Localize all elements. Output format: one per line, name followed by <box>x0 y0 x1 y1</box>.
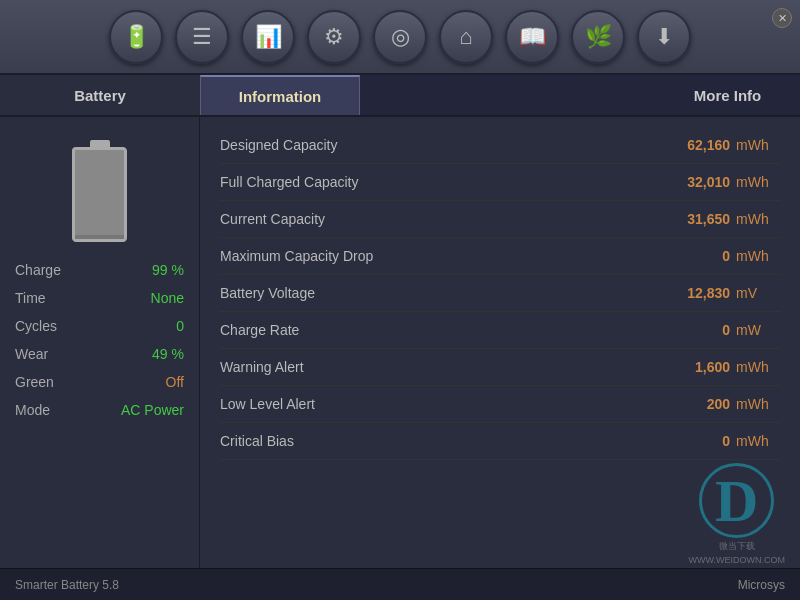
main-content: Charge 99 % Time None Cycles 0 Wear 49 %… <box>0 117 800 568</box>
info-value-voltage: 12,830 <box>650 285 730 301</box>
book-toolbar-btn[interactable]: 📖 <box>505 10 559 64</box>
info-row-chargerate: Charge Rate 0 mW <box>220 312 780 349</box>
stat-time-value: None <box>151 290 184 306</box>
leaf-toolbar-btn[interactable]: 🌿 <box>571 10 625 64</box>
info-row-maxdrop: Maximum Capacity Drop 0 mWh <box>220 238 780 275</box>
stat-green-label: Green <box>15 374 54 390</box>
info-unit-voltage: mV <box>730 285 780 301</box>
stat-cycles-label: Cycles <box>15 318 57 334</box>
tab-spacer <box>360 75 655 115</box>
info-unit-lowlevel: mWh <box>730 396 780 412</box>
info-row-lowlevel: Low Level Alert 200 mWh <box>220 386 780 423</box>
list-toolbar-btn[interactable]: ☰ <box>175 10 229 64</box>
stat-wear: Wear 49 % <box>15 346 184 362</box>
stat-green-value: Off <box>166 374 184 390</box>
info-value-chargerate: 0 <box>650 322 730 338</box>
close-button[interactable]: ✕ <box>772 8 792 28</box>
stat-wear-value: 49 % <box>152 346 184 362</box>
info-unit-critical: mWh <box>730 433 780 449</box>
info-label-chargerate: Charge Rate <box>220 322 650 338</box>
info-label-maxdrop: Maximum Capacity Drop <box>220 248 650 264</box>
stat-mode-value: AC Power <box>121 402 184 418</box>
info-value-critical: 0 <box>650 433 730 449</box>
stat-wear-label: Wear <box>15 346 48 362</box>
info-row-current: Current Capacity 31,650 mWh <box>220 201 780 238</box>
info-row-warning: Warning Alert 1,600 mWh <box>220 349 780 386</box>
stat-charge-value: 99 % <box>152 262 184 278</box>
info-row-voltage: Battery Voltage 12,830 mV <box>220 275 780 312</box>
logo-watermark1: 微当下载 <box>719 540 755 553</box>
info-label-critical: Critical Bias <box>220 433 650 449</box>
stat-cycles-value: 0 <box>176 318 184 334</box>
gear-toolbar-btn[interactable]: ⚙ <box>307 10 361 64</box>
app-title: Smarter Battery 5.8 <box>15 578 119 592</box>
info-row-designed: Designed Capacity 62,160 mWh <box>220 127 780 164</box>
info-row-critical: Critical Bias 0 mWh <box>220 423 780 460</box>
logo-letter: D <box>699 463 774 538</box>
stat-green: Green Off <box>15 374 184 390</box>
tab-bar: Battery Information More Info <box>0 75 800 117</box>
info-label-voltage: Battery Voltage <box>220 285 650 301</box>
stat-charge: Charge 99 % <box>15 262 184 278</box>
stat-mode-label: Mode <box>15 402 50 418</box>
info-unit-chargerate: mW <box>730 322 780 338</box>
info-value-warning: 1,600 <box>650 359 730 375</box>
info-label-full: Full Charged Capacity <box>220 174 650 190</box>
stat-time: Time None <box>15 290 184 306</box>
tab-moreinfo[interactable]: More Info <box>655 75 800 115</box>
info-value-current: 31,650 <box>650 211 730 227</box>
tab-battery[interactable]: Battery <box>0 75 200 115</box>
info-unit-warning: mWh <box>730 359 780 375</box>
download-toolbar-btn[interactable]: ⬇ <box>637 10 691 64</box>
home-toolbar-btn[interactable]: ⌂ <box>439 10 493 64</box>
info-label-designed: Designed Capacity <box>220 137 650 153</box>
left-panel: Charge 99 % Time None Cycles 0 Wear 49 %… <box>0 117 200 568</box>
info-unit-maxdrop: mWh <box>730 248 780 264</box>
info-value-full: 32,010 <box>650 174 730 190</box>
battery-graphic <box>72 147 127 242</box>
info-unit-current: mWh <box>730 211 780 227</box>
stat-mode: Mode AC Power <box>15 402 184 418</box>
info-unit-designed: mWh <box>730 137 780 153</box>
battery-toolbar-btn[interactable]: 🔋 <box>109 10 163 64</box>
company-name: Microsys <box>738 578 785 592</box>
footer: Smarter Battery 5.8 Microsys <box>0 568 800 600</box>
info-unit-full: mWh <box>730 174 780 190</box>
logo-area: D 微当下载 WWW.WEIDOWN.COM <box>689 463 785 565</box>
chart-toolbar-btn[interactable]: 📊 <box>241 10 295 64</box>
logo-watermark2: WWW.WEIDOWN.COM <box>689 555 785 565</box>
info-row-full: Full Charged Capacity 32,010 mWh <box>220 164 780 201</box>
stat-time-label: Time <box>15 290 46 306</box>
info-label-current: Current Capacity <box>220 211 650 227</box>
info-value-designed: 62,160 <box>650 137 730 153</box>
info-label-warning: Warning Alert <box>220 359 650 375</box>
tab-information[interactable]: Information <box>200 75 360 115</box>
info-value-lowlevel: 200 <box>650 396 730 412</box>
info-value-maxdrop: 0 <box>650 248 730 264</box>
target-toolbar-btn[interactable]: ◎ <box>373 10 427 64</box>
stat-cycles: Cycles 0 <box>15 318 184 334</box>
info-label-lowlevel: Low Level Alert <box>220 396 650 412</box>
toolbar: 🔋 ☰ 📊 ⚙ ◎ ⌂ 📖 🌿 ⬇ ✕ <box>0 0 800 75</box>
stat-charge-label: Charge <box>15 262 61 278</box>
